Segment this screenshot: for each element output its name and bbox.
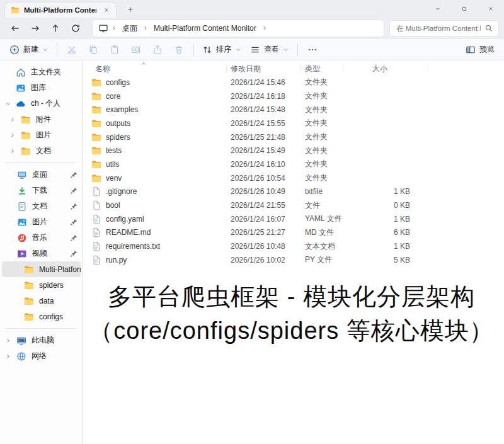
sidebar-item-desktop[interactable]: 桌面 xyxy=(0,167,82,183)
cut-icon xyxy=(67,45,77,55)
tab-title: Multi-Platform Content Monit xyxy=(24,6,96,14)
sidebar-item-pictures[interactable]: 图片 xyxy=(0,214,82,230)
file-date: 2026/1/24 15:49 xyxy=(231,146,305,155)
sidebar-item-documents[interactable]: 文档 xyxy=(0,198,82,214)
table-row[interactable]: run.py 2026/1/26 10:02 PY 文件 5 KB xyxy=(83,253,504,267)
column-divider[interactable] xyxy=(428,64,428,72)
pin-icon xyxy=(69,202,78,211)
share-button[interactable] xyxy=(147,41,168,59)
preview-button[interactable]: 预览 xyxy=(461,41,499,59)
file-name-cell: requirements.txt xyxy=(83,241,231,251)
table-row[interactable]: utils 2026/1/24 16:10 文件夹 xyxy=(83,157,504,171)
table-row[interactable]: examples 2026/1/24 15:48 文件夹 xyxy=(83,103,504,117)
file-date: 2026/1/25 21:27 xyxy=(231,228,305,237)
sidebar-item-onedrive-documents[interactable]: 文档 xyxy=(0,143,82,159)
search-box[interactable] xyxy=(389,20,499,37)
file-name: README.md xyxy=(106,228,151,237)
sidebar-item-label: spiders xyxy=(39,281,82,290)
column-header-name[interactable]: 名称 xyxy=(95,64,110,74)
table-row[interactable]: bool 2026/1/24 21:55 文件 0 KB xyxy=(83,198,504,212)
copy-button[interactable] xyxy=(83,41,104,59)
column-divider[interactable] xyxy=(301,64,301,72)
file-name-cell: examples xyxy=(83,105,231,115)
sidebar-item-attachments[interactable]: 附件 xyxy=(0,111,82,127)
file-name: tests xyxy=(106,146,122,155)
chevron-right-icon[interactable] xyxy=(9,132,16,139)
new-button[interactable]: 新建 xyxy=(5,41,53,59)
tab-close-icon[interactable] xyxy=(101,4,112,16)
file-type-icon xyxy=(91,118,101,128)
column-divider[interactable] xyxy=(226,64,227,72)
sidebar-item-gallery[interactable]: 图库 xyxy=(0,80,82,96)
column-divider[interactable] xyxy=(343,64,343,72)
sidebar-item-videos[interactable]: 视频 xyxy=(0,246,82,261)
sidebar-item-this-pc[interactable]: 此电脑 xyxy=(0,333,82,348)
minimize-button[interactable] xyxy=(425,0,451,18)
table-row[interactable]: spiders 2026/1/25 21:48 文件夹 xyxy=(83,130,504,144)
file-list: configs 2026/1/24 15:46 文件夹 core 2026/1/… xyxy=(83,76,504,267)
chevron-down-icon[interactable] xyxy=(5,101,11,107)
sort-ascending-icon xyxy=(140,60,147,67)
sidebar-item-onedrive[interactable]: ch - 个人 xyxy=(0,96,82,111)
file-type-icon xyxy=(91,200,101,210)
sidebar-item-downloads[interactable]: 下载 xyxy=(0,183,82,198)
chevron-right-icon[interactable] xyxy=(5,353,11,360)
column-header-type[interactable]: 类型 xyxy=(305,64,320,74)
chevron-right-icon[interactable] xyxy=(5,338,11,344)
table-row[interactable]: config.yaml 2026/1/24 16:07 YAML 文件 1 KB xyxy=(83,212,504,226)
file-type: 文件夹 xyxy=(305,159,364,169)
file-name-cell: tests xyxy=(83,145,231,156)
breadcrumb-desktop[interactable]: 桌面 xyxy=(120,23,140,34)
new-tab-button[interactable] xyxy=(125,4,136,15)
table-row[interactable]: requirements.txt 2026/1/26 10:48 文本文档 1 … xyxy=(83,239,504,253)
sidebar-item-label: data xyxy=(39,297,82,305)
sidebar-item-current-folder[interactable]: Multi-Platform Conte xyxy=(2,261,81,277)
onedrive-cloud-icon xyxy=(16,99,26,109)
file-type-icon xyxy=(91,255,101,265)
table-row[interactable]: outputs 2026/1/24 15:55 文件夹 xyxy=(83,117,504,130)
column-header-size[interactable]: 大小 xyxy=(372,64,387,74)
sidebar-item-music[interactable]: 音乐 xyxy=(0,230,82,246)
pin-icon xyxy=(69,186,78,195)
rename-button[interactable] xyxy=(125,41,147,59)
table-row[interactable]: .gitignore 2026/1/26 10:49 txtfile 1 KB xyxy=(83,185,504,199)
file-name: bool xyxy=(106,201,120,210)
refresh-button[interactable] xyxy=(66,20,86,37)
sidebar-item-home[interactable]: 主文件夹 xyxy=(0,64,82,80)
preview-pane-icon xyxy=(466,45,476,55)
file-name: outputs xyxy=(106,119,130,128)
table-row[interactable]: venv 2026/1/26 10:54 文件夹 xyxy=(83,171,504,185)
search-input[interactable] xyxy=(395,24,482,33)
forward-button[interactable] xyxy=(25,20,45,37)
column-header-date[interactable]: 修改日期 xyxy=(231,64,261,74)
view-button[interactable]: 查看 xyxy=(246,41,294,59)
file-name-cell: spiders xyxy=(83,132,231,142)
maximize-button[interactable] xyxy=(451,0,478,18)
close-button[interactable] xyxy=(478,0,504,18)
sidebar-item-onedrive-pictures[interactable]: 图片 xyxy=(0,127,82,143)
sidebar-item-network[interactable]: 网络 xyxy=(0,348,82,364)
breadcrumb[interactable]: 桌面 Multi-Platform Content Monitor xyxy=(92,20,384,37)
sidebar-item-configs[interactable]: configs xyxy=(0,309,82,324)
paste-button[interactable] xyxy=(104,41,125,59)
table-row[interactable]: README.md 2026/1/25 21:27 MD 文件 6 KB xyxy=(83,226,504,240)
chevron-right-icon[interactable] xyxy=(9,148,16,154)
chevron-right-icon xyxy=(261,25,268,31)
table-row[interactable]: core 2026/1/24 16:18 文件夹 xyxy=(83,89,504,103)
file-name: examples xyxy=(106,105,138,114)
more-options-button[interactable] xyxy=(302,41,323,59)
up-button[interactable] xyxy=(45,20,66,37)
sort-button[interactable]: 排序 xyxy=(198,41,246,59)
breadcrumb-current-folder[interactable]: Multi-Platform Content Monitor xyxy=(151,24,259,33)
cut-button[interactable] xyxy=(61,41,83,59)
explorer-tab[interactable]: Multi-Platform Content Monit xyxy=(4,2,117,18)
delete-button[interactable] xyxy=(168,41,190,59)
table-row[interactable]: tests 2026/1/24 15:49 文件夹 xyxy=(83,144,504,157)
chevron-right-icon[interactable] xyxy=(9,117,16,123)
sidebar-item-spiders[interactable]: spiders xyxy=(0,277,82,293)
sidebar-item-data[interactable]: data xyxy=(0,293,82,309)
annotation-caption: 多平台爬虫框架 - 模块化分层架构 （core/configs/spiders … xyxy=(83,280,500,348)
table-row[interactable]: configs 2026/1/24 15:46 文件夹 xyxy=(83,76,504,89)
back-button[interactable] xyxy=(5,20,25,37)
sort-icon xyxy=(202,45,212,55)
